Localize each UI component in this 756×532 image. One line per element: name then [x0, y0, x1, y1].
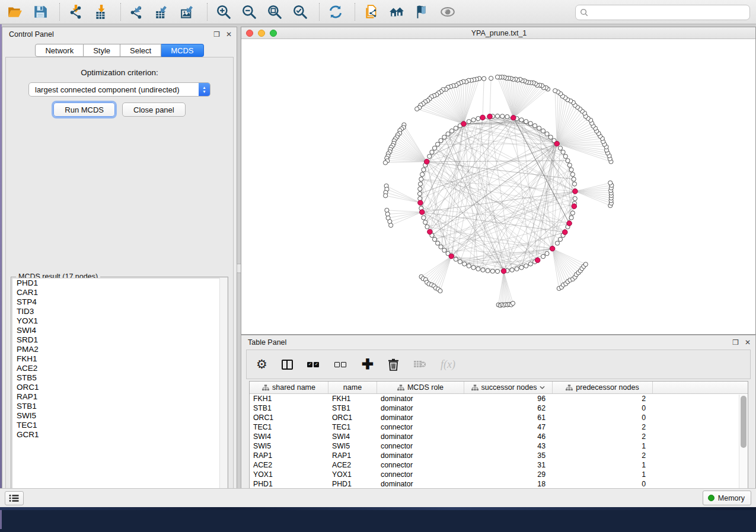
run-mcds-button[interactable]: Run MCDS: [53, 102, 115, 117]
table-cell[interactable]: dominator: [377, 413, 464, 422]
mcds-result-item[interactable]: SRD1: [12, 335, 227, 345]
mcds-result-item[interactable]: PHD1: [12, 278, 227, 288]
maximize-window-icon[interactable]: [270, 30, 277, 37]
table-cell[interactable]: FKH1: [328, 394, 377, 403]
table-row[interactable]: RAP1RAP1dominator352: [250, 451, 748, 460]
column-header-MCDS-role[interactable]: MCDS role: [377, 382, 464, 393]
table-scrollbar[interactable]: [739, 395, 748, 490]
zoom-in-icon[interactable]: [215, 3, 232, 21]
table-row[interactable]: ACE2ACE2connector311: [250, 460, 748, 470]
mcds-result-item[interactable]: SWI5: [12, 411, 227, 421]
table-cell[interactable]: PHD1: [328, 479, 377, 489]
table-cell[interactable]: ACE2: [250, 460, 328, 470]
zoom-selected-icon[interactable]: [291, 3, 309, 21]
table-cell[interactable]: dominator: [377, 479, 464, 489]
table-cell[interactable]: 35: [464, 451, 553, 460]
table-cell[interactable]: 0: [553, 413, 653, 422]
column-header-shared-name[interactable]: shared name: [250, 382, 328, 393]
open-folder-icon[interactable]: [6, 3, 24, 21]
table-cell[interactable]: 46: [464, 432, 553, 441]
table-cell[interactable]: 62: [464, 403, 553, 413]
column-header-successor-nodes[interactable]: successor nodes: [464, 382, 553, 393]
table-row[interactable]: PHD1PHD1dominator180: [250, 479, 748, 489]
table-cell[interactable]: 47: [464, 422, 553, 432]
criterion-dropdown[interactable]: largest connected component (undirected)…: [28, 82, 210, 97]
mcds-result-item[interactable]: RAP1: [12, 392, 227, 402]
clone-network-icon[interactable]: [362, 3, 380, 21]
table-cell[interactable]: PHD1: [250, 479, 328, 489]
table-cell[interactable]: 2: [553, 432, 653, 441]
table-cell[interactable]: connector: [377, 422, 464, 432]
table-row[interactable]: FKH1FKH1dominator962: [250, 394, 748, 403]
show-panels-button[interactable]: [5, 491, 24, 505]
table-cell[interactable]: 61: [464, 413, 553, 422]
close-table-panel-icon[interactable]: ✕: [745, 339, 751, 346]
mcds-result-item[interactable]: STP4: [12, 297, 227, 307]
table-cell[interactable]: RAP1: [250, 451, 328, 460]
table-cell[interactable]: connector: [377, 460, 464, 470]
tab-mcds[interactable]: MCDS: [161, 44, 203, 57]
table-cell[interactable]: TEC1: [328, 422, 377, 432]
minimize-window-icon[interactable]: [258, 30, 265, 37]
table-row[interactable]: ORC1ORC1dominator610: [250, 413, 748, 422]
table-cell[interactable]: STB1: [250, 403, 328, 413]
gear-icon[interactable]: ⚙: [256, 355, 267, 373]
export-image-icon[interactable]: [179, 3, 197, 21]
table-cell[interactable]: 1: [553, 460, 653, 470]
table-cell[interactable]: 2: [553, 394, 653, 403]
table-cell[interactable]: FKH1: [250, 394, 328, 403]
table-row[interactable]: YOX1YOX1connector291: [250, 470, 748, 479]
network-canvas[interactable]: [241, 39, 755, 334]
table-cell[interactable]: dominator: [377, 432, 464, 441]
table-cell[interactable]: SWI4: [250, 432, 328, 441]
add-column-icon[interactable]: ✚: [362, 355, 374, 373]
columns-icon[interactable]: [282, 355, 293, 373]
mcds-result-item[interactable]: ORC1: [12, 383, 227, 392]
tab-network[interactable]: Network: [35, 44, 84, 57]
table-cell[interactable]: ORC1: [250, 413, 328, 422]
table-cell[interactable]: SWI4: [328, 432, 377, 441]
table-cell[interactable]: dominator: [377, 451, 464, 460]
table-row[interactable]: TEC1TEC1connector472: [250, 422, 748, 432]
refresh-icon[interactable]: [327, 3, 344, 21]
mcds-result-item[interactable]: YOX1: [12, 316, 227, 326]
mcds-result-item[interactable]: FKH1: [12, 354, 227, 364]
mcds-result-item[interactable]: SWI4: [12, 326, 227, 335]
table-cell[interactable]: 2: [553, 451, 653, 460]
table-cell[interactable]: 0: [553, 403, 653, 413]
close-panel-button[interactable]: Close panel: [122, 102, 186, 117]
two-houses-icon[interactable]: [388, 3, 406, 21]
mcds-result-item[interactable]: ACE2: [12, 364, 227, 373]
tab-select[interactable]: Select: [120, 44, 161, 57]
network-graph[interactable]: [241, 39, 755, 334]
export-table-icon[interactable]: [154, 3, 171, 21]
flag-icon[interactable]: [413, 3, 431, 21]
mcds-result-item[interactable]: CAR1: [12, 288, 227, 297]
tab-style[interactable]: Style: [84, 44, 120, 57]
table-cell[interactable]: RAP1: [328, 451, 377, 460]
mcds-result-item[interactable]: TID3: [12, 307, 227, 316]
table-cell[interactable]: 1: [553, 441, 653, 451]
table-cell[interactable]: 43: [464, 441, 553, 451]
clear-selection-icon[interactable]: [334, 355, 347, 373]
table-cell[interactable]: 0: [553, 479, 653, 489]
table-scrollbar-thumb[interactable]: [741, 396, 747, 448]
mcds-result-item[interactable]: STB5: [12, 373, 227, 383]
table-cell[interactable]: STB1: [328, 403, 377, 413]
mcds-result-item[interactable]: STB1: [12, 402, 227, 411]
float-panel-icon[interactable]: ❒: [213, 31, 220, 38]
save-icon[interactable]: [31, 3, 49, 21]
export-network-icon[interactable]: [128, 3, 146, 21]
table-cell[interactable]: ACE2: [328, 460, 377, 470]
table-cell[interactable]: SWI5: [250, 441, 328, 451]
table-cell[interactable]: 1: [553, 470, 653, 479]
table-cell[interactable]: YOX1: [250, 470, 328, 479]
table-row[interactable]: SWI5SWI5connector431: [250, 441, 748, 451]
mcds-result-item[interactable]: TEC1: [12, 421, 227, 430]
import-network-icon[interactable]: [67, 3, 85, 21]
memory-button[interactable]: Memory: [703, 491, 751, 505]
zoom-out-icon[interactable]: [240, 3, 258, 21]
table-cell[interactable]: 2: [553, 422, 653, 432]
search-box[interactable]: [575, 5, 750, 20]
select-all-icon[interactable]: [307, 355, 320, 373]
